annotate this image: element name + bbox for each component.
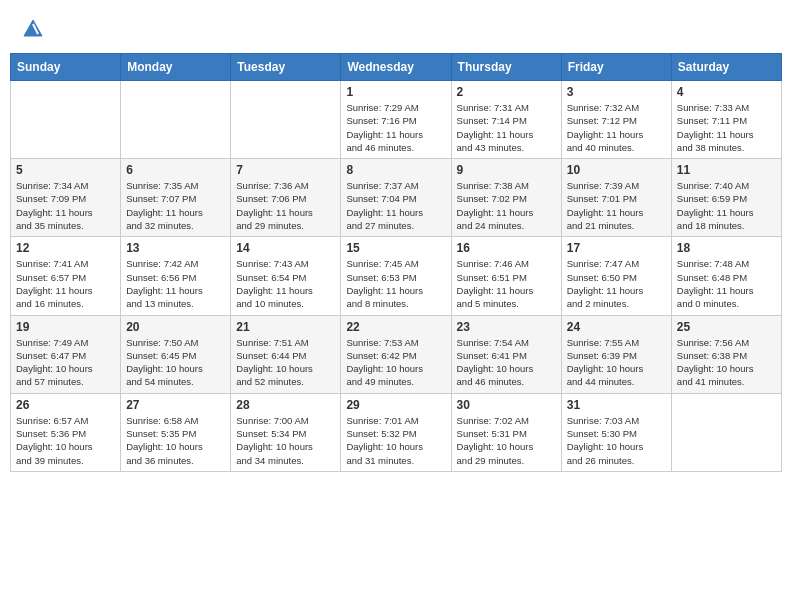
day-info: Sunrise: 7:43 AMSunset: 6:54 PMDaylight:… bbox=[236, 257, 335, 310]
svg-marker-0 bbox=[24, 20, 42, 36]
day-number: 3 bbox=[567, 85, 666, 99]
calendar-day-22: 22Sunrise: 7:53 AMSunset: 6:42 PMDayligh… bbox=[341, 315, 451, 393]
day-info: Sunrise: 7:03 AMSunset: 5:30 PMDaylight:… bbox=[567, 414, 666, 467]
calendar-week-4: 19Sunrise: 7:49 AMSunset: 6:47 PMDayligh… bbox=[11, 315, 782, 393]
calendar-day-10: 10Sunrise: 7:39 AMSunset: 7:01 PMDayligh… bbox=[561, 159, 671, 237]
day-number: 18 bbox=[677, 241, 776, 255]
day-number: 31 bbox=[567, 398, 666, 412]
day-info: Sunrise: 6:57 AMSunset: 5:36 PMDaylight:… bbox=[16, 414, 115, 467]
day-number: 1 bbox=[346, 85, 445, 99]
calendar-day-23: 23Sunrise: 7:54 AMSunset: 6:41 PMDayligh… bbox=[451, 315, 561, 393]
day-info: Sunrise: 7:35 AMSunset: 7:07 PMDaylight:… bbox=[126, 179, 225, 232]
day-number: 16 bbox=[457, 241, 556, 255]
day-info: Sunrise: 6:58 AMSunset: 5:35 PMDaylight:… bbox=[126, 414, 225, 467]
day-info: Sunrise: 7:41 AMSunset: 6:57 PMDaylight:… bbox=[16, 257, 115, 310]
calendar-week-2: 5Sunrise: 7:34 AMSunset: 7:09 PMDaylight… bbox=[11, 159, 782, 237]
calendar-table: SundayMondayTuesdayWednesdayThursdayFrid… bbox=[10, 53, 782, 472]
calendar-header-row: SundayMondayTuesdayWednesdayThursdayFrid… bbox=[11, 54, 782, 81]
day-header-friday: Friday bbox=[561, 54, 671, 81]
day-info: Sunrise: 7:55 AMSunset: 6:39 PMDaylight:… bbox=[567, 336, 666, 389]
day-info: Sunrise: 7:40 AMSunset: 6:59 PMDaylight:… bbox=[677, 179, 776, 232]
day-header-saturday: Saturday bbox=[671, 54, 781, 81]
day-number: 15 bbox=[346, 241, 445, 255]
calendar-day-15: 15Sunrise: 7:45 AMSunset: 6:53 PMDayligh… bbox=[341, 237, 451, 315]
day-header-sunday: Sunday bbox=[11, 54, 121, 81]
day-info: Sunrise: 7:00 AMSunset: 5:34 PMDaylight:… bbox=[236, 414, 335, 467]
day-info: Sunrise: 7:49 AMSunset: 6:47 PMDaylight:… bbox=[16, 336, 115, 389]
calendar-empty bbox=[121, 81, 231, 159]
day-info: Sunrise: 7:54 AMSunset: 6:41 PMDaylight:… bbox=[457, 336, 556, 389]
day-info: Sunrise: 7:33 AMSunset: 7:11 PMDaylight:… bbox=[677, 101, 776, 154]
day-number: 4 bbox=[677, 85, 776, 99]
day-number: 26 bbox=[16, 398, 115, 412]
day-number: 7 bbox=[236, 163, 335, 177]
logo bbox=[20, 18, 44, 45]
day-header-monday: Monday bbox=[121, 54, 231, 81]
calendar-day-8: 8Sunrise: 7:37 AMSunset: 7:04 PMDaylight… bbox=[341, 159, 451, 237]
day-info: Sunrise: 7:01 AMSunset: 5:32 PMDaylight:… bbox=[346, 414, 445, 467]
calendar-day-30: 30Sunrise: 7:02 AMSunset: 5:31 PMDayligh… bbox=[451, 393, 561, 471]
calendar-day-5: 5Sunrise: 7:34 AMSunset: 7:09 PMDaylight… bbox=[11, 159, 121, 237]
day-header-tuesday: Tuesday bbox=[231, 54, 341, 81]
calendar-day-26: 26Sunrise: 6:57 AMSunset: 5:36 PMDayligh… bbox=[11, 393, 121, 471]
day-number: 24 bbox=[567, 320, 666, 334]
calendar-day-9: 9Sunrise: 7:38 AMSunset: 7:02 PMDaylight… bbox=[451, 159, 561, 237]
day-number: 9 bbox=[457, 163, 556, 177]
day-number: 29 bbox=[346, 398, 445, 412]
day-info: Sunrise: 7:53 AMSunset: 6:42 PMDaylight:… bbox=[346, 336, 445, 389]
calendar-day-1: 1Sunrise: 7:29 AMSunset: 7:16 PMDaylight… bbox=[341, 81, 451, 159]
calendar-week-5: 26Sunrise: 6:57 AMSunset: 5:36 PMDayligh… bbox=[11, 393, 782, 471]
calendar-day-13: 13Sunrise: 7:42 AMSunset: 6:56 PMDayligh… bbox=[121, 237, 231, 315]
day-number: 21 bbox=[236, 320, 335, 334]
calendar-day-24: 24Sunrise: 7:55 AMSunset: 6:39 PMDayligh… bbox=[561, 315, 671, 393]
day-number: 10 bbox=[567, 163, 666, 177]
day-number: 2 bbox=[457, 85, 556, 99]
calendar-body: 1Sunrise: 7:29 AMSunset: 7:16 PMDaylight… bbox=[11, 81, 782, 472]
calendar-day-28: 28Sunrise: 7:00 AMSunset: 5:34 PMDayligh… bbox=[231, 393, 341, 471]
day-info: Sunrise: 7:48 AMSunset: 6:48 PMDaylight:… bbox=[677, 257, 776, 310]
day-number: 13 bbox=[126, 241, 225, 255]
calendar-day-18: 18Sunrise: 7:48 AMSunset: 6:48 PMDayligh… bbox=[671, 237, 781, 315]
day-info: Sunrise: 7:45 AMSunset: 6:53 PMDaylight:… bbox=[346, 257, 445, 310]
day-number: 20 bbox=[126, 320, 225, 334]
calendar-day-14: 14Sunrise: 7:43 AMSunset: 6:54 PMDayligh… bbox=[231, 237, 341, 315]
day-info: Sunrise: 7:56 AMSunset: 6:38 PMDaylight:… bbox=[677, 336, 776, 389]
day-number: 14 bbox=[236, 241, 335, 255]
day-info: Sunrise: 7:02 AMSunset: 5:31 PMDaylight:… bbox=[457, 414, 556, 467]
day-info: Sunrise: 7:39 AMSunset: 7:01 PMDaylight:… bbox=[567, 179, 666, 232]
calendar-day-21: 21Sunrise: 7:51 AMSunset: 6:44 PMDayligh… bbox=[231, 315, 341, 393]
day-info: Sunrise: 7:47 AMSunset: 6:50 PMDaylight:… bbox=[567, 257, 666, 310]
calendar-empty bbox=[231, 81, 341, 159]
calendar-day-3: 3Sunrise: 7:32 AMSunset: 7:12 PMDaylight… bbox=[561, 81, 671, 159]
day-number: 17 bbox=[567, 241, 666, 255]
day-info: Sunrise: 7:46 AMSunset: 6:51 PMDaylight:… bbox=[457, 257, 556, 310]
calendar-day-2: 2Sunrise: 7:31 AMSunset: 7:14 PMDaylight… bbox=[451, 81, 561, 159]
calendar-day-19: 19Sunrise: 7:49 AMSunset: 6:47 PMDayligh… bbox=[11, 315, 121, 393]
calendar-day-17: 17Sunrise: 7:47 AMSunset: 6:50 PMDayligh… bbox=[561, 237, 671, 315]
day-number: 6 bbox=[126, 163, 225, 177]
day-number: 30 bbox=[457, 398, 556, 412]
day-number: 28 bbox=[236, 398, 335, 412]
day-info: Sunrise: 7:50 AMSunset: 6:45 PMDaylight:… bbox=[126, 336, 225, 389]
day-info: Sunrise: 7:36 AMSunset: 7:06 PMDaylight:… bbox=[236, 179, 335, 232]
calendar-day-12: 12Sunrise: 7:41 AMSunset: 6:57 PMDayligh… bbox=[11, 237, 121, 315]
day-number: 23 bbox=[457, 320, 556, 334]
calendar-day-27: 27Sunrise: 6:58 AMSunset: 5:35 PMDayligh… bbox=[121, 393, 231, 471]
calendar-day-6: 6Sunrise: 7:35 AMSunset: 7:07 PMDaylight… bbox=[121, 159, 231, 237]
calendar-day-7: 7Sunrise: 7:36 AMSunset: 7:06 PMDaylight… bbox=[231, 159, 341, 237]
calendar-week-1: 1Sunrise: 7:29 AMSunset: 7:16 PMDaylight… bbox=[11, 81, 782, 159]
calendar-day-16: 16Sunrise: 7:46 AMSunset: 6:51 PMDayligh… bbox=[451, 237, 561, 315]
day-info: Sunrise: 7:42 AMSunset: 6:56 PMDaylight:… bbox=[126, 257, 225, 310]
day-number: 11 bbox=[677, 163, 776, 177]
day-number: 19 bbox=[16, 320, 115, 334]
day-header-thursday: Thursday bbox=[451, 54, 561, 81]
logo-icon bbox=[22, 18, 44, 40]
day-info: Sunrise: 7:31 AMSunset: 7:14 PMDaylight:… bbox=[457, 101, 556, 154]
day-number: 27 bbox=[126, 398, 225, 412]
day-number: 25 bbox=[677, 320, 776, 334]
page-header bbox=[10, 10, 782, 49]
day-info: Sunrise: 7:32 AMSunset: 7:12 PMDaylight:… bbox=[567, 101, 666, 154]
day-info: Sunrise: 7:34 AMSunset: 7:09 PMDaylight:… bbox=[16, 179, 115, 232]
calendar-day-20: 20Sunrise: 7:50 AMSunset: 6:45 PMDayligh… bbox=[121, 315, 231, 393]
day-header-wednesday: Wednesday bbox=[341, 54, 451, 81]
